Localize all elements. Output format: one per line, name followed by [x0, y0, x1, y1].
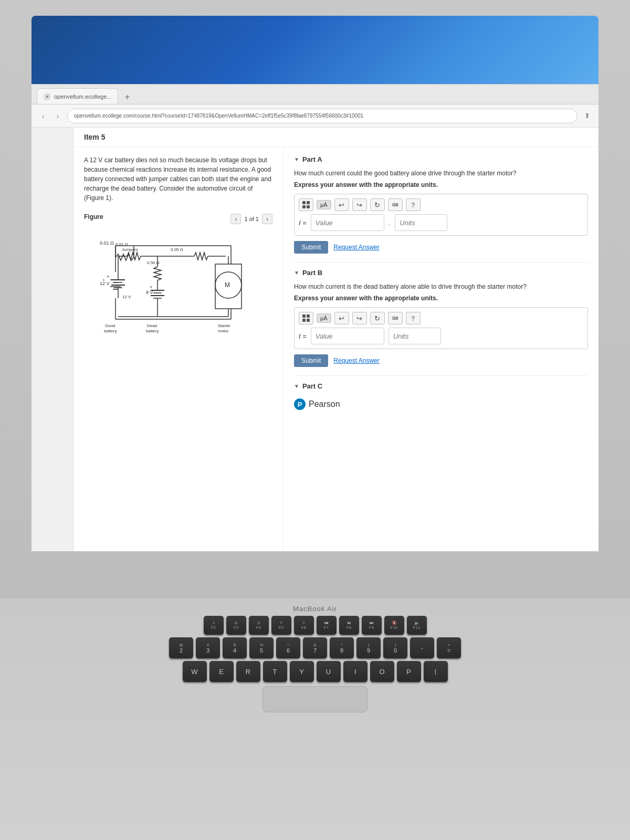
redo-button-a[interactable]: ↪: [352, 198, 367, 211]
page-inner: Item 5 A 12 V car battery dies not so mu…: [32, 128, 598, 551]
key-f5[interactable]: ⠿ F5: [271, 616, 291, 635]
part-b-toggle[interactable]: ▼: [294, 270, 299, 276]
key-9[interactable]: ( 9: [356, 637, 381, 658]
key-5[interactable]: % 5: [249, 637, 274, 658]
part-c-header: ▼ Part C: [294, 382, 588, 390]
keyboard-button-a[interactable]: ⌨: [388, 198, 403, 211]
part-c-section: ▼ Part C P Pearson: [294, 382, 588, 410]
svg-text:+: +: [150, 285, 152, 290]
part-a-request-button[interactable]: Request Answer: [333, 241, 379, 254]
key-f3[interactable]: ⊞ F3: [226, 616, 246, 635]
key-o[interactable]: O: [370, 661, 394, 682]
help-button-b[interactable]: ?: [406, 312, 421, 324]
svg-text:motor: motor: [218, 329, 229, 333]
key-r[interactable]: R: [236, 661, 260, 682]
keyboard-area: MacBook Air ☀ F2 ⊞ F3 ⊟ F4 ⠿ F5: [0, 598, 630, 840]
part-b-submit-button[interactable]: Submit: [294, 354, 328, 367]
svg-text:battery: battery: [104, 329, 117, 333]
part-a-toggle[interactable]: ▼: [294, 156, 299, 162]
forward-button[interactable]: ›: [52, 111, 63, 121]
two-column-layout: A 12 V car battery dies not so much beca…: [74, 147, 598, 551]
unit-display-b: μÀ: [317, 313, 331, 323]
key-f10[interactable]: 🔇 F10: [384, 616, 404, 635]
key-6[interactable]: ^ 6: [276, 637, 300, 658]
svg-text:Starter: Starter: [218, 323, 230, 328]
key-f2[interactable]: ☀ F2: [204, 616, 224, 635]
circuit-diagram: 0.01 Ω: [84, 230, 262, 335]
part-a-input-row: I = .: [299, 214, 583, 231]
address-field[interactable]: openvellum.ecollege.com/course.html?cour…: [67, 109, 578, 123]
part-a-toolbar: μÀ ↩ ↪ ↻ ⌨ ?: [299, 198, 583, 211]
key-open-bracket[interactable]: {: [424, 661, 448, 682]
refresh-button-a[interactable]: ↻: [370, 198, 385, 211]
figure-section: Figure ‹ 1 of 1 ›: [84, 213, 272, 335]
back-button[interactable]: ‹: [38, 111, 48, 121]
part-b-express: Express your answer with the appropriate…: [294, 295, 588, 302]
part-b-header: ▼ Part B: [294, 269, 588, 277]
key-f7[interactable]: ⏮ F7: [317, 616, 337, 635]
part-a-submit-button[interactable]: Submit: [294, 241, 328, 254]
macbook-label: MacBook Air: [0, 598, 630, 616]
part-divider-bc: [294, 375, 588, 376]
part-c-label: Part C: [302, 382, 322, 390]
tab-bar: × openvellum.ecollege... +: [32, 85, 598, 104]
left-sidebar: [32, 128, 74, 551]
key-f11[interactable]: 🔉 F11: [407, 616, 427, 635]
item-header: Item 5: [74, 128, 598, 147]
part-a-value-input[interactable]: [311, 214, 384, 231]
key-0[interactable]: ) 0: [383, 637, 407, 658]
browser-tab[interactable]: × openvellum.ecollege...: [37, 88, 118, 104]
page-content: Item 5 A 12 V car battery dies not so mu…: [32, 128, 598, 551]
new-tab-button[interactable]: +: [120, 90, 134, 104]
part-b-answer-area: μÀ ↩ ↪ ↻ ⌨ ? I =: [294, 307, 588, 349]
key-f4[interactable]: ⊟ F4: [249, 616, 269, 635]
part-a-units-input[interactable]: [395, 214, 447, 231]
part-c-toggle[interactable]: ▼: [294, 383, 299, 389]
key-4[interactable]: $ 4: [223, 637, 247, 658]
key-y[interactable]: Y: [290, 661, 314, 682]
key-f6[interactable]: ⠿ F6: [294, 616, 314, 635]
grid-button-b[interactable]: [299, 312, 313, 324]
key-f8[interactable]: ⏯ F8: [339, 616, 359, 635]
figure-prev-button[interactable]: ‹: [230, 214, 241, 224]
key-e[interactable]: E: [209, 661, 234, 682]
part-b-request-button[interactable]: Request Answer: [333, 354, 379, 367]
part-b-question: How much current is the dead battery alo…: [294, 282, 588, 291]
undo-button-a[interactable]: ↩: [334, 198, 349, 211]
figure-label: Figure: [84, 213, 103, 220]
part-b-actions: Submit Request Answer: [294, 354, 588, 367]
tab-close-icon[interactable]: ×: [44, 93, 51, 100]
key-t[interactable]: T: [263, 661, 287, 682]
share-button[interactable]: ⬆: [582, 111, 592, 121]
left-column: A 12 V car battery dies not so much beca…: [74, 147, 284, 551]
figure-count: 1 of 1: [244, 216, 259, 222]
pearson-logo: P Pearson: [294, 398, 588, 410]
undo-button-b[interactable]: ↩: [334, 312, 349, 324]
trackpad[interactable]: [262, 686, 368, 712]
key-u[interactable]: U: [317, 661, 341, 682]
part-b-units-input[interactable]: [388, 328, 441, 344]
refresh-button-b[interactable]: ↻: [370, 312, 385, 324]
grid-button-a[interactable]: [299, 198, 313, 211]
key-w[interactable]: W: [183, 661, 207, 682]
part-a-answer-area: μÀ ↩ ↪ ↻ ⌨ ? I =: [294, 194, 588, 236]
key-7[interactable]: & 7: [303, 637, 327, 658]
key-minus[interactable]: -: [410, 637, 434, 658]
part-b-toolbar: μÀ ↩ ↪ ↻ ⌨ ?: [299, 312, 583, 324]
figure-next-button[interactable]: ›: [262, 214, 272, 224]
key-8[interactable]: * 8: [330, 637, 354, 658]
key-3[interactable]: # 3: [196, 637, 220, 658]
key-equals[interactable]: + =: [437, 637, 461, 658]
key-f9[interactable]: ⏭ F9: [362, 616, 382, 635]
tab-label: openvellum.ecollege...: [54, 93, 111, 100]
key-i[interactable]: I: [343, 661, 368, 682]
svg-text:battery: battery: [146, 329, 159, 333]
keyboard-button-b[interactable]: ⌨: [388, 312, 403, 324]
svg-text:12 V: 12 V: [122, 295, 131, 299]
part-b-value-input[interactable]: [311, 328, 384, 344]
key-p[interactable]: P: [397, 661, 421, 682]
redo-button-b[interactable]: ↪: [352, 312, 367, 324]
key-2[interactable]: @ 2: [169, 637, 193, 658]
part-b-section: ▼ Part B How much current is the dead ba…: [294, 269, 588, 367]
help-button-a[interactable]: ?: [406, 198, 421, 211]
